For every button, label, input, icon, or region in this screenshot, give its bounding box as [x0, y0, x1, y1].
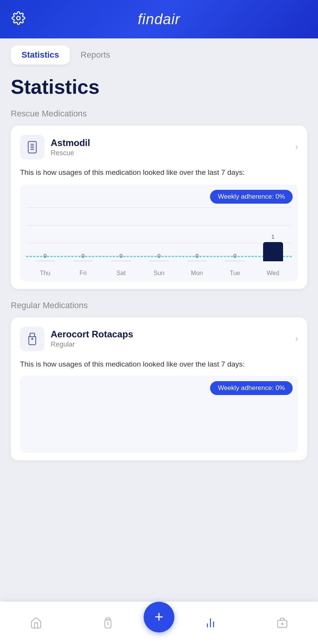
x-label-tue: Tue: [216, 270, 254, 277]
settings-icon[interactable]: [12, 11, 25, 28]
regular-chart-area: Weekly adherence: 0%: [20, 376, 298, 453]
bar-value-mon: 0: [195, 252, 199, 259]
regular-card-chevron[interactable]: ›: [295, 334, 298, 344]
regular-med-icon: [20, 327, 45, 351]
bottom-navigation: +: [0, 602, 318, 644]
app-header: findair: [0, 0, 318, 38]
bar-value-top-wed: 1: [271, 233, 274, 240]
rescue-med-info: Astmodil Rescue: [20, 135, 90, 159]
page-title: Statistics: [11, 76, 307, 98]
bar-thu: 0: [26, 252, 64, 261]
tab-bar: Statistics Reports: [11, 45, 307, 65]
bar-rect-fri: [73, 261, 93, 261]
bar-fri: 0: [64, 252, 102, 261]
app-logo: findair: [138, 11, 181, 28]
rescue-med-type: Rescue: [51, 149, 90, 157]
x-label-wed: Wed: [254, 270, 292, 277]
regular-adherence-badge: Weekly adherence: 0%: [210, 381, 293, 395]
x-label-sat: Sat: [102, 270, 140, 277]
rescue-med-icon: [20, 135, 45, 159]
nav-kit[interactable]: [246, 617, 318, 629]
bar-mon: 0: [178, 252, 216, 261]
regular-med-description: This is how usages of this medication lo…: [20, 359, 298, 370]
regular-med-info: Aerocort Rotacaps Regular: [20, 327, 133, 351]
nav-statistics[interactable]: [174, 617, 246, 629]
regular-medication-card: Aerocort Rotacaps Regular › This is how …: [11, 317, 307, 461]
bar-value-tue: 0: [234, 252, 237, 259]
bar-value-sun: 0: [157, 252, 161, 259]
bar-value-sat: 0: [119, 252, 123, 259]
regular-section-heading: Regular Medications: [11, 300, 307, 310]
rescue-med-description: This is how usages of this medication lo…: [20, 167, 298, 178]
svg-point-0: [17, 16, 20, 20]
bar-rect-tue: [225, 261, 245, 261]
rescue-chart: 0 0 0: [26, 207, 292, 277]
bar-value-thu: 0: [43, 252, 46, 259]
x-label-sun: Sun: [140, 270, 178, 277]
rescue-card-header: Astmodil Rescue ›: [20, 135, 298, 159]
regular-card-header: Aerocort Rotacaps Regular ›: [20, 327, 298, 351]
nav-home[interactable]: [0, 617, 72, 629]
rescue-med-text: Astmodil Rescue: [51, 138, 90, 157]
regular-med-type: Regular: [51, 340, 133, 349]
rescue-medication-card: Astmodil Rescue › This is how usages of …: [11, 126, 307, 289]
bar-rect-thu: [35, 261, 55, 261]
bar-wed: 1: [254, 233, 292, 261]
regular-med-text: Aerocort Rotacaps Regular: [51, 329, 133, 349]
x-label-mon: Mon: [178, 270, 216, 277]
x-axis-labels: Thu Fri Sat Sun Mon Tue Wed: [26, 270, 292, 277]
tab-statistics[interactable]: Statistics: [11, 45, 70, 65]
nav-inhaler[interactable]: [72, 617, 144, 629]
rescue-med-name: Astmodil: [51, 138, 90, 148]
tab-reports[interactable]: Reports: [70, 45, 121, 65]
svg-rect-6: [30, 333, 35, 337]
svg-rect-1: [28, 141, 36, 153]
bar-sun: 0: [140, 252, 178, 261]
main-content: Statistics Reports Statistics Rescue Med…: [0, 34, 318, 639]
rescue-chart-area: Weekly adherence: 0% 0: [20, 184, 298, 281]
nav-add-button[interactable]: +: [144, 602, 174, 632]
x-label-fri: Fri: [64, 270, 102, 277]
bar-tue: 0: [216, 252, 254, 261]
bar-sat: 0: [102, 252, 140, 261]
bar-rect-sun: [149, 261, 169, 261]
x-label-thu: Thu: [26, 270, 64, 277]
bar-rect-wed: [263, 242, 283, 261]
grid-line-top: [26, 207, 292, 208]
bar-rect-mon: [187, 261, 207, 261]
bar-rect-sat: [111, 261, 131, 261]
regular-med-name: Aerocort Rotacaps: [51, 329, 133, 340]
rescue-adherence-badge: Weekly adherence: 0%: [210, 190, 293, 204]
chart-bars: 0 0 0: [26, 215, 292, 261]
rescue-card-chevron[interactable]: ›: [295, 142, 298, 152]
rescue-section-heading: Rescue Medications: [11, 109, 307, 119]
bar-value-fri: 0: [81, 252, 84, 259]
